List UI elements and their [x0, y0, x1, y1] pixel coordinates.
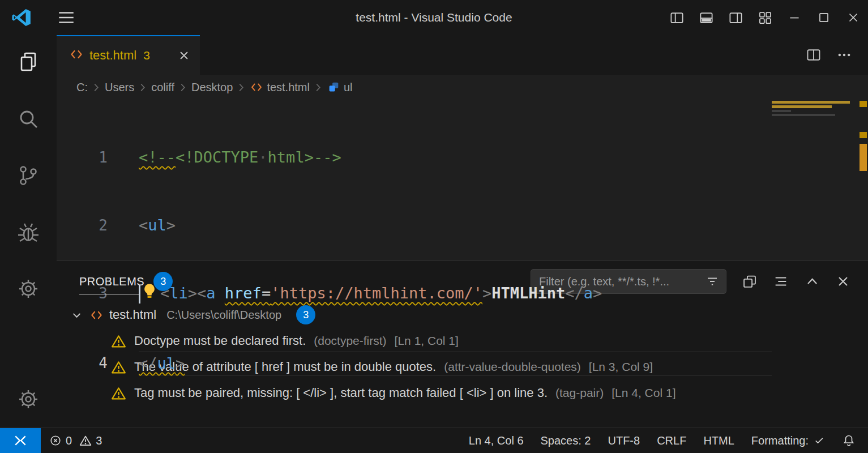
code-token: >: [593, 284, 602, 302]
layout-panel-icon[interactable]: [691, 0, 721, 35]
line-number: 1: [57, 146, 108, 169]
collapse-all-icon[interactable]: [773, 273, 789, 289]
gear-icon[interactable]: [15, 275, 42, 302]
activity-bar: [0, 35, 57, 428]
minimap-line-mark: [772, 105, 832, 108]
code-token: ul: [157, 354, 176, 372]
status-language[interactable]: HTML: [695, 428, 742, 453]
chevron-right-icon: [136, 81, 149, 93]
code-token: <: [139, 216, 148, 234]
symbol-element-icon: [327, 80, 340, 94]
tab-bar: test.html 3: [57, 35, 868, 75]
explorer-files-icon[interactable]: [15, 49, 42, 76]
code-token: >: [482, 284, 491, 302]
status-indentation[interactable]: Spaces: 2: [532, 428, 600, 453]
search-icon[interactable]: [15, 105, 42, 133]
chevron-right-icon: [312, 81, 324, 93]
breadcrumb-file[interactable]: test.html: [249, 80, 311, 94]
check-icon: [814, 435, 825, 446]
code-line-1[interactable]: 1<!--<!DOCTYPE·html>-->: [57, 146, 772, 169]
breadcrumb-symbol-ul[interactable]: ul: [326, 80, 354, 94]
code-token: HTMLHint: [491, 284, 565, 302]
error-count: 0: [66, 434, 72, 447]
more-actions-icon[interactable]: [836, 47, 852, 63]
ruler-warning-mark: [860, 132, 867, 138]
minimap-line-mark: [772, 110, 791, 112]
close-window-icon[interactable]: [839, 0, 868, 35]
overview-ruler[interactable]: [858, 100, 868, 260]
status-eol[interactable]: CRLF: [648, 428, 695, 453]
problems-count-badge: 3: [153, 272, 173, 291]
code-token: </: [565, 284, 584, 302]
breadcrumb-desktop[interactable]: Desktop: [190, 81, 234, 94]
maximize-panel-icon[interactable]: [804, 273, 820, 289]
code-token: </: [139, 354, 157, 372]
code-editor[interactable]: 1<!--<!DOCTYPE·html>--> 2<ul> 3<li><a hr…: [57, 100, 868, 260]
workbench-body: test.html 3 C:: [0, 35, 868, 428]
code-token: a: [584, 284, 593, 302]
warning-icon: [79, 434, 92, 447]
code-token: <!DOCTYPE: [176, 148, 258, 166]
layout-sidebar-left-icon[interactable]: [662, 0, 691, 35]
code-token: >: [188, 284, 197, 302]
status-encoding[interactable]: UTF-8: [599, 428, 648, 453]
status-cursor-position[interactable]: Ln 4, Col 6: [460, 428, 532, 453]
settings-gear-icon[interactable]: [15, 386, 42, 413]
status-bar: 0 3 Ln 4, Col 6 Spaces: 2 UTF-8 CRLF HTM…: [0, 428, 868, 453]
source-control-icon[interactable]: [15, 162, 42, 189]
problems-tab-label: PROBLEMS: [79, 275, 144, 288]
code-token: =: [262, 284, 271, 302]
html-file-icon: [69, 47, 84, 64]
breadcrumb: C: Users coliff Desktop test.html ul: [57, 75, 868, 100]
minimize-icon[interactable]: [780, 0, 809, 35]
whitespace-dot: ·: [258, 148, 267, 166]
breadcrumb-coliff[interactable]: coliff: [150, 81, 176, 94]
chevron-right-icon: [177, 81, 189, 93]
chevron-right-icon: [235, 81, 247, 93]
warning-count: 3: [96, 434, 102, 447]
html-file-icon: [250, 80, 263, 94]
code-line-2[interactable]: 2<ul>: [57, 214, 772, 237]
maximize-icon[interactable]: [809, 0, 839, 35]
split-editor-icon[interactable]: [806, 47, 822, 63]
notifications-bell-icon[interactable]: [833, 428, 868, 453]
close-panel-icon[interactable]: [835, 273, 851, 289]
window-controls: [662, 0, 868, 35]
formatting-label: Formatting:: [751, 434, 809, 447]
line-number: 2: [57, 214, 108, 237]
editor-actions: [806, 35, 868, 75]
status-problems[interactable]: 0 3: [41, 428, 114, 453]
minimap[interactable]: [772, 100, 851, 260]
line-content: <ul>: [139, 214, 772, 237]
tab-problems[interactable]: PROBLEMS 3: [79, 261, 173, 302]
debug-bug-icon[interactable]: [15, 219, 42, 246]
breadcrumb-drive[interactable]: C:: [75, 81, 89, 94]
code-token: <!--: [139, 148, 176, 166]
vscode-window: test.html - Visual Studio Code: [0, 0, 868, 453]
close-tab-icon[interactable]: [177, 49, 191, 62]
code-token: >: [166, 216, 176, 234]
code-token: a: [206, 284, 215, 302]
line-number: 4: [57, 352, 108, 375]
editor-region: test.html 3 C:: [57, 35, 868, 428]
title-bar: test.html - Visual Studio Code: [0, 0, 868, 35]
code-token: ul: [148, 216, 166, 234]
customize-layout-icon[interactable]: [750, 0, 780, 35]
code-token: >: [176, 354, 185, 372]
line-content: <!--<!DOCTYPE·html>-->: [139, 146, 772, 169]
breadcrumb-users[interactable]: Users: [104, 81, 135, 94]
chevron-right-icon: [90, 81, 102, 93]
code-lines: 1<!--<!DOCTYPE·html>--> 2<ul> 3<li><a hr…: [57, 100, 772, 421]
status-formatting[interactable]: Formatting:: [743, 428, 833, 453]
minimap-line-mark: [772, 101, 850, 104]
vscode-logo-icon: [11, 7, 32, 28]
line-content: <li><a href='https://htmlhint.com/'>HTML…: [139, 282, 772, 306]
layout-sidebar-right-icon[interactable]: [721, 0, 750, 35]
menu-icon[interactable]: [57, 8, 76, 27]
remote-indicator[interactable]: [0, 428, 41, 453]
tab-test-html[interactable]: test.html 3: [57, 35, 200, 75]
code-line-4[interactable]: 4</ul>: [57, 352, 772, 375]
ruler-warning-mark: [860, 144, 867, 171]
code-token: html>-->: [268, 148, 341, 166]
ruler-warning-mark: [860, 101, 867, 107]
